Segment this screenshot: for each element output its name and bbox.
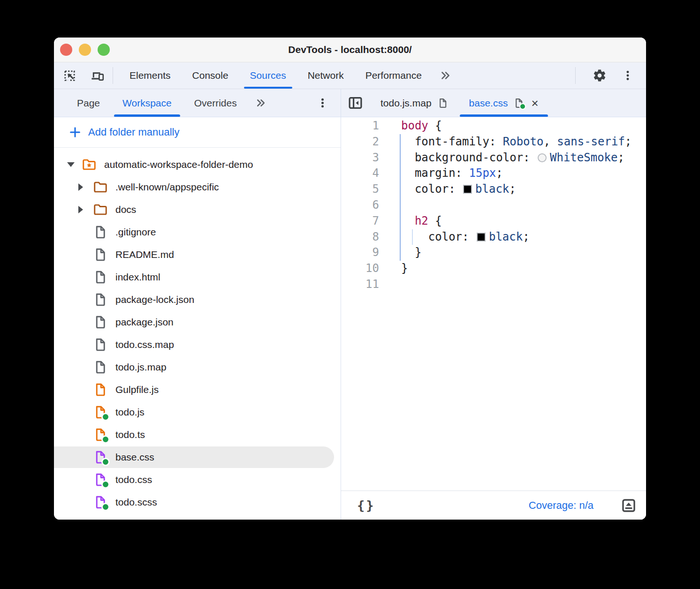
- unsaved-changes-dot: [101, 458, 110, 466]
- disclosure-collapsed-icon[interactable]: [76, 183, 93, 191]
- navigator-tab-workspace[interactable]: Workspace: [111, 89, 183, 117]
- window-title: DevTools - localhost:8000/: [288, 44, 411, 55]
- settings-gear-icon[interactable]: [587, 68, 612, 83]
- file-icon: [513, 98, 525, 109]
- close-tab-icon[interactable]: ×: [531, 97, 538, 109]
- tree-item-todo-scss[interactable]: todo.scss: [54, 491, 341, 513]
- tree-item-label: todo.css: [115, 474, 152, 485]
- kebab-menu-icon[interactable]: [617, 69, 639, 82]
- tree-item-readme-md[interactable]: README.md: [54, 243, 341, 266]
- file-gray-icon: [93, 360, 108, 375]
- code-line-9: 9 }: [341, 245, 646, 261]
- tree-item-label: index.html: [115, 272, 160, 283]
- tree-item-label: package-lock.json: [115, 294, 194, 305]
- tree-item-label: automatic-workspace-folder-demo: [104, 159, 253, 170]
- coverage-link[interactable]: Coverage: n/a: [529, 499, 593, 512]
- tree-item-todo-js-map[interactable]: todo.js.map: [54, 356, 341, 378]
- panel-tab-sources[interactable]: Sources: [239, 62, 297, 89]
- file-purple-icon: [93, 450, 108, 465]
- editor-tab-base-css[interactable]: base.css×: [459, 89, 549, 117]
- code-line-2: 2 font-family: Roboto, sans-serif;: [341, 134, 646, 150]
- inspect-icon[interactable]: [63, 69, 76, 83]
- disclosure-expanded-icon[interactable]: [64, 162, 82, 167]
- tree-item-package-json[interactable]: package.json: [54, 311, 341, 333]
- line-number[interactable]: 10: [341, 261, 379, 277]
- indent-guide-inner: [412, 229, 413, 245]
- line-number[interactable]: 3: [341, 150, 379, 166]
- navigator-tab-overrides[interactable]: Overrides: [183, 89, 248, 117]
- tree-item-label: .gitignore: [115, 227, 156, 238]
- tree-item--well-known-appspecific[interactable]: .well-known/appspecific: [54, 176, 341, 198]
- unsaved-changes-dot: [101, 480, 110, 489]
- tree-item--gitignore[interactable]: .gitignore: [54, 221, 341, 243]
- tree-item-gulpfile-js[interactable]: Gulpfile.js: [54, 378, 341, 401]
- tree-item-automatic-workspace-folder-demo[interactable]: automatic-workspace-folder-demo: [54, 153, 341, 176]
- file-orange-icon: [93, 382, 108, 397]
- file-icon: [437, 98, 449, 109]
- tree-item-docs[interactable]: docs: [54, 198, 341, 221]
- add-folder-row[interactable]: Add folder manually: [54, 117, 341, 148]
- editor-statusbar: {} Coverage: n/a: [341, 491, 646, 520]
- folder-star-icon: [82, 157, 97, 172]
- navigator-tab-page[interactable]: Page: [66, 89, 111, 117]
- line-number[interactable]: 1: [341, 118, 379, 134]
- zoom-window-button[interactable]: [98, 44, 110, 56]
- color-swatch[interactable]: [477, 233, 486, 242]
- line-number[interactable]: 9: [341, 245, 379, 261]
- line-number[interactable]: 5: [341, 181, 379, 197]
- line-number[interactable]: 2: [341, 134, 379, 150]
- close-window-button[interactable]: [60, 44, 72, 56]
- tree-item-index-html[interactable]: index.html: [54, 266, 341, 288]
- file-gray-icon: [93, 292, 108, 307]
- load-source-map-icon[interactable]: [621, 498, 637, 513]
- editor-tab-todo-js-map[interactable]: todo.js.map: [370, 89, 459, 117]
- color-swatch[interactable]: [538, 153, 547, 162]
- tree-item-todo-js[interactable]: todo.js: [54, 401, 341, 423]
- code-line-6: 6: [341, 197, 646, 213]
- panel-tab-elements[interactable]: Elements: [119, 62, 182, 89]
- file-gray-icon: [93, 315, 108, 330]
- file-gray-icon: [93, 247, 108, 262]
- line-number[interactable]: 11: [341, 277, 379, 293]
- tree-item-package-lock-json[interactable]: package-lock.json: [54, 288, 341, 311]
- color-swatch[interactable]: [463, 185, 472, 194]
- file-purple-icon: [93, 472, 108, 487]
- line-number[interactable]: 4: [341, 166, 379, 181]
- tree-item-todo-css-map[interactable]: todo.css.map: [54, 333, 341, 356]
- code-line-7: 7 h2 {: [341, 213, 646, 229]
- disclosure-collapsed-icon[interactable]: [76, 206, 93, 213]
- panel-tab-console[interactable]: Console: [182, 62, 239, 89]
- line-number[interactable]: 6: [341, 197, 379, 213]
- more-panels-chevron-icon[interactable]: [433, 62, 458, 89]
- toolbar-divider: [113, 67, 113, 84]
- navigator-kebab-menu-icon[interactable]: [317, 97, 328, 109]
- traffic-lights: [60, 44, 110, 56]
- code-line-11: 11: [341, 277, 646, 293]
- panel-tab-performance[interactable]: Performance: [355, 62, 433, 89]
- main-toolbar: ElementsConsoleSourcesNetworkPerformance: [54, 62, 646, 89]
- navigator-more-tabs-chevron-icon[interactable]: [248, 89, 273, 117]
- pretty-print-icon[interactable]: {}: [357, 498, 375, 513]
- code-editor[interactable]: 1body {2 font-family: Roboto, sans-serif…: [341, 117, 646, 491]
- unsaved-changes-dot: [101, 413, 110, 421]
- minimize-window-button[interactable]: [79, 44, 91, 56]
- tree-item-todo-css[interactable]: todo.css: [54, 468, 341, 491]
- add-folder-label[interactable]: Add folder manually: [88, 126, 179, 138]
- tree-item-label: todo.js: [115, 407, 145, 418]
- tree-item-todo-ts[interactable]: todo.ts: [54, 423, 341, 446]
- collapse-navigator-icon[interactable]: [347, 95, 364, 111]
- tree-item-label: todo.ts: [115, 429, 145, 440]
- panel-tab-network[interactable]: Network: [297, 62, 355, 89]
- line-number[interactable]: 7: [341, 213, 379, 229]
- line-content: [379, 197, 401, 213]
- line-content: background-color: WhiteSmoke;: [379, 150, 624, 166]
- file-purple-icon: [93, 495, 108, 510]
- file-orange-icon: [93, 405, 108, 420]
- device-toolbar-icon[interactable]: [91, 69, 104, 83]
- tree-item-base-css[interactable]: base.css: [54, 446, 341, 468]
- tree-item-label: todo.js.map: [115, 362, 167, 373]
- line-number[interactable]: 8: [341, 229, 379, 245]
- line-content: body {: [379, 118, 442, 134]
- file-gray-icon: [93, 225, 108, 240]
- panel-tabs: ElementsConsoleSourcesNetworkPerformance: [119, 62, 433, 89]
